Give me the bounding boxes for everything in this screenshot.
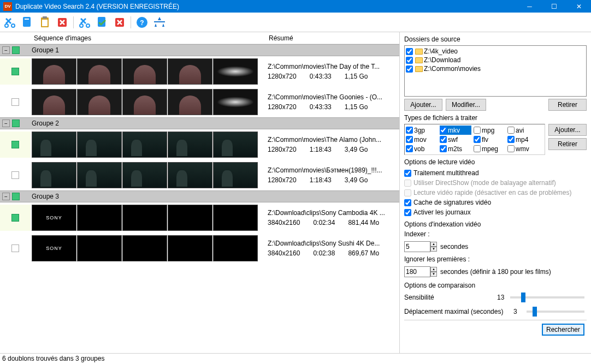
video-thumbnail[interactable]: SONY	[32, 205, 76, 231]
sensitivity-slider[interactable]	[510, 296, 584, 299]
video-thumbnail[interactable]	[77, 132, 122, 158]
folder-item[interactable]: Z:\4k_video	[406, 47, 585, 56]
group-header[interactable]: − Groupe 2	[0, 117, 399, 129]
video-row[interactable]: Z:\Common\movies\The Alamo (John... 1280…	[0, 129, 399, 160]
close-button[interactable]: ✕	[566, 0, 591, 13]
folder-item[interactable]: Z:\Common\movies	[406, 64, 585, 73]
ignore-spin-up[interactable]: ▲	[430, 267, 437, 272]
group-header[interactable]: − Groupe 3	[0, 190, 399, 202]
filetype-item[interactable]: avi	[507, 126, 539, 135]
filetype-item[interactable]: 3gp	[406, 126, 438, 135]
read-option[interactable]: Cache de signatures vidéo	[404, 198, 587, 207]
video-thumbnail[interactable]	[213, 205, 258, 231]
filetype-checkbox[interactable]	[474, 145, 481, 152]
filetype-checkbox[interactable]	[440, 145, 447, 152]
cut-group-button[interactable]	[77, 15, 92, 30]
video-thumbnail[interactable]	[32, 58, 76, 85]
indexer-spin-up[interactable]: ▲	[430, 242, 437, 247]
video-thumbnail[interactable]	[168, 132, 212, 158]
video-thumbnail[interactable]	[213, 132, 258, 158]
video-row[interactable]: SONY Z:\Download\clips\Sony Cambodia 4K …	[0, 202, 399, 233]
compare-button[interactable]	[152, 15, 167, 30]
shift-slider[interactable]	[527, 311, 584, 313]
video-row[interactable]: Z:\Common\movies\The Day of the T... 128…	[0, 56, 399, 87]
video-check-cell[interactable]	[0, 162, 31, 188]
filetype-item[interactable]: m2ts	[440, 144, 471, 153]
video-thumbnail[interactable]	[32, 89, 76, 115]
video-thumbnail[interactable]	[77, 205, 122, 231]
folder-checkbox[interactable]	[406, 57, 413, 64]
collapse-icon[interactable]: −	[2, 193, 10, 200]
video-checkbox[interactable]	[11, 98, 19, 106]
video-thumbnail[interactable]	[122, 235, 167, 261]
video-thumbnail[interactable]	[168, 235, 212, 261]
video-thumbnail[interactable]	[122, 205, 167, 231]
video-thumbnail[interactable]	[32, 132, 76, 158]
filetype-checkbox[interactable]	[507, 145, 515, 152]
video-thumbnail[interactable]	[77, 162, 122, 188]
remove-type-button[interactable]: Retirer	[548, 138, 587, 150]
filetype-item[interactable]: mp4	[507, 135, 539, 144]
filetype-item[interactable]: mov	[406, 135, 438, 144]
mark-button[interactable]	[94, 15, 110, 30]
video-thumbnail[interactable]	[77, 235, 122, 261]
filetypes-list[interactable]: 3gpmkvmpgavimovswfflvmp4vobm2tsmpegwmv	[404, 124, 545, 155]
add-type-button[interactable]: Ajouter...	[548, 124, 587, 136]
video-thumbnail[interactable]	[168, 162, 212, 188]
video-thumbnail[interactable]	[77, 58, 122, 85]
video-row[interactable]: SONY Z:\Download\clips\Sony Sushi 4K De.…	[0, 233, 399, 264]
video-checkbox[interactable]	[11, 244, 19, 252]
video-check-cell[interactable]	[0, 235, 31, 261]
video-thumbnail[interactable]	[213, 89, 258, 115]
filetype-checkbox[interactable]	[474, 127, 481, 134]
search-button[interactable]: Rechercher	[542, 324, 584, 336]
folder-item[interactable]: Z:\Download	[406, 56, 585, 64]
ignore-spin-down[interactable]: ▼	[430, 272, 437, 277]
filetype-item[interactable]: mpeg	[474, 144, 505, 153]
read-option-checkbox[interactable]	[404, 170, 411, 177]
col-summary[interactable]: Résumé	[268, 34, 399, 42]
remove-folder-button[interactable]: Retirer	[548, 99, 587, 111]
video-thumbnail[interactable]	[77, 89, 122, 115]
read-option[interactable]: Traitement multithread	[404, 168, 587, 178]
filetype-checkbox[interactable]	[474, 136, 481, 143]
copy-button[interactable]	[20, 15, 35, 30]
maximize-button[interactable]: ☐	[542, 0, 566, 13]
video-thumbnail[interactable]: SONY	[32, 235, 76, 261]
paste-button[interactable]	[37, 15, 52, 30]
video-thumbnail[interactable]	[213, 162, 258, 188]
video-thumbnail[interactable]	[168, 58, 212, 85]
filetype-item[interactable]: swf	[440, 135, 471, 144]
folders-list[interactable]: Z:\4k_video Z:\Download Z:\Common\movies	[404, 45, 587, 97]
video-checkbox[interactable]	[11, 141, 19, 148]
folder-checkbox[interactable]	[406, 48, 413, 55]
group-checkbox[interactable]	[12, 46, 20, 54]
video-check-cell[interactable]	[0, 58, 31, 85]
minimize-button[interactable]: ─	[517, 0, 542, 13]
filetype-checkbox[interactable]	[440, 127, 447, 134]
video-row[interactable]: Z:\Common\movies\The Goonies - (O... 128…	[0, 87, 399, 117]
collapse-icon[interactable]: −	[2, 120, 10, 127]
collapse-icon[interactable]: −	[2, 46, 10, 54]
video-thumbnail[interactable]	[122, 162, 167, 188]
video-thumbnail[interactable]	[168, 89, 212, 115]
filetype-item[interactable]: flv	[474, 135, 505, 144]
read-option-checkbox[interactable]	[404, 209, 411, 216]
video-check-cell[interactable]	[0, 132, 31, 158]
filetype-item[interactable]: wmv	[507, 144, 539, 153]
video-thumbnail[interactable]	[213, 58, 258, 85]
video-thumbnail[interactable]	[122, 89, 167, 115]
video-thumbnail[interactable]	[213, 235, 258, 261]
video-row[interactable]: Z:\Common\movies\Бэтмен(1989)_!!!... 128…	[0, 160, 399, 190]
video-checkbox[interactable]	[11, 171, 19, 179]
indexer-spin-down[interactable]: ▼	[430, 247, 437, 252]
folder-checkbox[interactable]	[406, 65, 413, 73]
help-button[interactable]: ?	[134, 15, 150, 30]
group-checkbox[interactable]	[12, 120, 20, 127]
video-checkbox[interactable]	[11, 214, 19, 222]
delete-group-button[interactable]	[112, 15, 127, 30]
add-folder-button[interactable]: Ajouter...	[404, 99, 442, 111]
delete-button[interactable]	[55, 15, 70, 30]
filetype-item[interactable]: mpg	[474, 126, 505, 135]
video-checkbox[interactable]	[11, 68, 19, 75]
